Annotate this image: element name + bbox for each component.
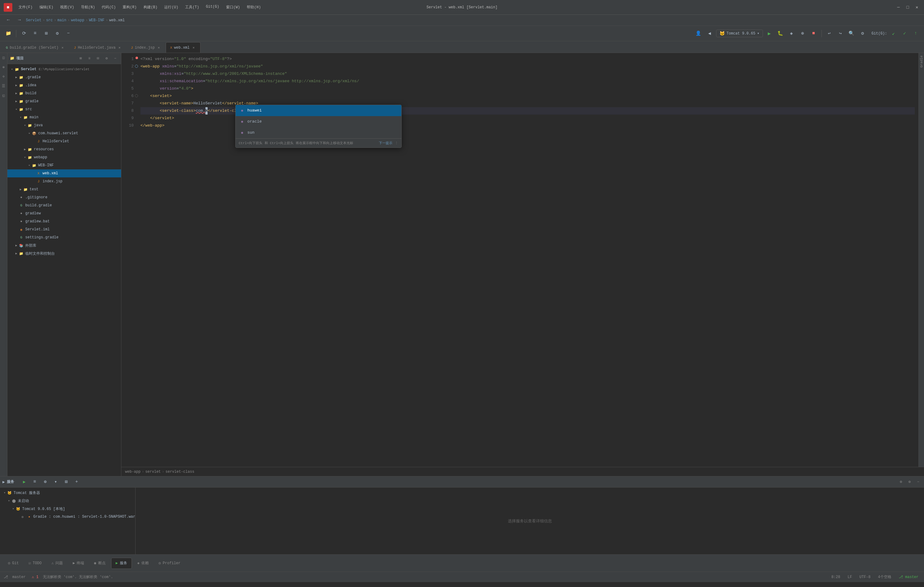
run-button[interactable]: ▶ bbox=[765, 29, 774, 38]
bottom-tab-profiler[interactable]: ◎ Profiler bbox=[154, 558, 185, 569]
bottom-gear-btn[interactable]: ⚙ bbox=[906, 478, 913, 485]
autocomplete-popup[interactable]: ◉ huawei ◉ oracle ◉ sun Ctrl+向下箭头 和 Ctrl… bbox=[235, 105, 402, 148]
run-config-selector[interactable]: 🐱 Tomcat 9.0.65 ▾ bbox=[716, 30, 763, 37]
line-ending[interactable]: LF bbox=[846, 574, 854, 580]
search-everywhere-button[interactable]: 🔍 bbox=[847, 29, 856, 38]
tree-resources-dir[interactable]: ▶ 📁 resources bbox=[7, 145, 121, 153]
bottom-close-btn[interactable]: − bbox=[915, 478, 922, 485]
bottom-settings-btn[interactable]: ⚙ bbox=[898, 478, 904, 485]
tree-webinf-dir[interactable]: ▾ 📁 WEB-INF bbox=[7, 162, 121, 170]
ac-item-oracle[interactable]: ◉ oracle bbox=[236, 116, 401, 127]
service-tree-tomcat[interactable]: ▾ 🐱 Tomcat 服务器 bbox=[0, 489, 135, 497]
bottom-tab-terminal[interactable]: ▶ 终端 bbox=[68, 558, 88, 569]
left-sidebar-icon-3[interactable]: ⎆ bbox=[2, 74, 5, 79]
menu-refactor[interactable]: 重构(R) bbox=[119, 3, 140, 11]
tab-close-hello[interactable]: ✕ bbox=[117, 46, 122, 50]
rebuild-button[interactable]: ⊞ bbox=[41, 29, 51, 38]
editor-content[interactable]: 1 2 3 4 5 6 7 8 9 10 bbox=[121, 53, 924, 467]
menu-file[interactable]: 文件(F) bbox=[15, 3, 36, 11]
tree-package-dir[interactable]: ▾ 📦 com.huawei.servlet bbox=[7, 129, 121, 137]
settings-gear-button[interactable]: ⚙ bbox=[858, 29, 867, 38]
service-tree-unstarted[interactable]: ▾ ⬤ 未启动 bbox=[0, 497, 135, 505]
menu-tools[interactable]: 工具(T) bbox=[182, 3, 202, 11]
bottom-filter-btn[interactable]: ▾ bbox=[51, 477, 60, 486]
tab-index-jsp[interactable]: J index.jsp ✕ bbox=[126, 42, 165, 53]
stop-button[interactable]: ■ bbox=[809, 29, 818, 38]
git-update-button[interactable]: ↙ bbox=[889, 29, 898, 38]
left-sidebar-icon-1[interactable]: ◫ bbox=[2, 55, 5, 60]
code-area[interactable]: <?xml version="1.0" encoding="UTF-8"?> <… bbox=[137, 53, 919, 467]
bottom-tab-git[interactable]: ◎ Git bbox=[4, 558, 23, 569]
settings-button[interactable]: ⚙ bbox=[53, 29, 62, 38]
debug-button[interactable]: 🐛 bbox=[776, 29, 785, 38]
project-header-layout-btn[interactable]: ⊞ bbox=[77, 55, 84, 62]
tree-helloservlet-file[interactable]: J HelloServlet bbox=[7, 137, 121, 145]
project-header-expand-btn[interactable]: ≡ bbox=[86, 55, 93, 62]
tree-java-dir[interactable]: ▾ 📁 java bbox=[7, 121, 121, 129]
tab-close-index[interactable]: ✕ bbox=[157, 46, 161, 50]
tree-root[interactable]: ▾ 📁 Servlet E:\MyApplications\Servlet bbox=[7, 65, 121, 73]
tree-settingsgradle-file[interactable]: G settings.gradle bbox=[7, 233, 121, 241]
breadcrumb-webapp[interactable]: webapp bbox=[71, 18, 84, 23]
bottom-search-btn[interactable]: ⊞ bbox=[62, 477, 71, 486]
breadcrumb-servlet[interactable]: Servlet bbox=[26, 18, 41, 23]
project-header-close-btn[interactable]: − bbox=[112, 55, 119, 62]
tree-idea-dir[interactable]: ▶ 📁 .idea bbox=[7, 81, 121, 89]
redo-button[interactable]: ↪ bbox=[836, 29, 845, 38]
tab-build-gradle[interactable]: G build.gradle (Servlet) ✕ bbox=[1, 42, 69, 53]
close-panel-button[interactable]: − bbox=[64, 29, 73, 38]
bottom-redeploy-btn[interactable]: ⊕ bbox=[41, 477, 50, 486]
tree-test-dir[interactable]: ▶ 📁 test bbox=[7, 185, 121, 193]
breadcrumb-src[interactable]: src bbox=[46, 18, 53, 23]
tab-web-xml[interactable]: X web.xml ✕ bbox=[166, 42, 201, 53]
menu-git[interactable]: Git(G) bbox=[203, 3, 222, 11]
tree-src-dir[interactable]: ▾ 📁 src bbox=[7, 106, 121, 113]
ac-item-sun[interactable]: ◉ sun bbox=[236, 127, 401, 138]
breadcrumb-main[interactable]: main bbox=[57, 18, 66, 23]
menu-navigate[interactable]: 导航(N) bbox=[78, 3, 98, 11]
menu-run[interactable]: 运行(U) bbox=[161, 3, 182, 11]
left-sidebar-icon-2[interactable]: ⊕ bbox=[2, 65, 5, 69]
tree-buildgradle-file[interactable]: G build.gradle bbox=[7, 201, 121, 209]
minimize-button[interactable]: ─ bbox=[895, 4, 902, 11]
bottom-tab-breakpoints[interactable]: ◉ 断点 bbox=[90, 558, 110, 569]
tree-indexjsp-file[interactable]: J index.jsp bbox=[7, 177, 121, 185]
sync-button[interactable]: ⟳ bbox=[20, 29, 29, 38]
bottom-add-btn[interactable]: + bbox=[72, 477, 81, 486]
left-sidebar-icon-5[interactable]: ◱ bbox=[2, 93, 5, 98]
tree-gradlewbat-file[interactable]: ● gradlew.bat bbox=[7, 218, 121, 226]
tree-servletiml-file[interactable]: ◉ Servlet.iml bbox=[7, 226, 121, 233]
tree-gradlew-file[interactable]: ● gradlew bbox=[7, 209, 121, 218]
more-run-button[interactable]: ⊕ bbox=[798, 29, 807, 38]
tree-webxml-file[interactable]: X web.xml bbox=[7, 170, 121, 177]
menu-build[interactable]: 构建(B) bbox=[140, 3, 161, 11]
maximize-button[interactable]: □ bbox=[904, 4, 911, 11]
tree-external-libs[interactable]: ▶ 📚 外部库 bbox=[7, 241, 121, 249]
user-icon[interactable]: 👤 bbox=[694, 29, 703, 38]
breadcrumb-webxml[interactable]: web.xml bbox=[109, 18, 125, 23]
tree-scratches[interactable]: ▶ 📁 临时文件和控制台 bbox=[7, 249, 121, 257]
menu-help[interactable]: 帮助(H) bbox=[244, 3, 264, 11]
tree-gitignore-file[interactable]: ● .gitignore bbox=[7, 193, 121, 201]
git-commit-button[interactable]: ✓ bbox=[900, 29, 909, 38]
breadcrumb-webinf[interactable]: WEB-INF bbox=[89, 18, 104, 23]
nav-prev-button[interactable]: ◀ bbox=[705, 29, 714, 38]
close-button[interactable]: ✕ bbox=[914, 4, 920, 11]
git-branch-label[interactable]: master bbox=[10, 574, 27, 580]
tree-main-dir[interactable]: ▾ 📁 main bbox=[7, 113, 121, 121]
left-sidebar-icon-4[interactable]: ☰ bbox=[2, 84, 5, 88]
nav-forward-button[interactable]: → bbox=[15, 16, 24, 25]
tree-webapp-dir[interactable]: ▾ 📁 webapp bbox=[7, 153, 121, 162]
bottom-stop-btn[interactable]: ≡ bbox=[30, 477, 40, 486]
status-error-count[interactable]: ⚠ 1 bbox=[30, 574, 40, 580]
tab-close-webxml[interactable]: ✕ bbox=[191, 46, 196, 50]
ac-menu-icon[interactable]: ⋮ bbox=[395, 140, 398, 147]
build-button[interactable]: ≡ bbox=[30, 29, 40, 38]
master-branch[interactable]: ⎇ master bbox=[897, 574, 920, 580]
bottom-tab-deps[interactable]: ◈ 依赖 bbox=[133, 558, 153, 569]
tab-helloservlet[interactable]: J HelloServlet.java ✕ bbox=[69, 42, 126, 53]
bottom-run-btn[interactable]: ▶ bbox=[20, 477, 29, 486]
project-header-collapse-btn[interactable]: ⊟ bbox=[94, 55, 101, 62]
menu-code[interactable]: 代码(C) bbox=[99, 3, 119, 11]
gradle-sidebar-label[interactable]: Gradle bbox=[919, 53, 924, 70]
